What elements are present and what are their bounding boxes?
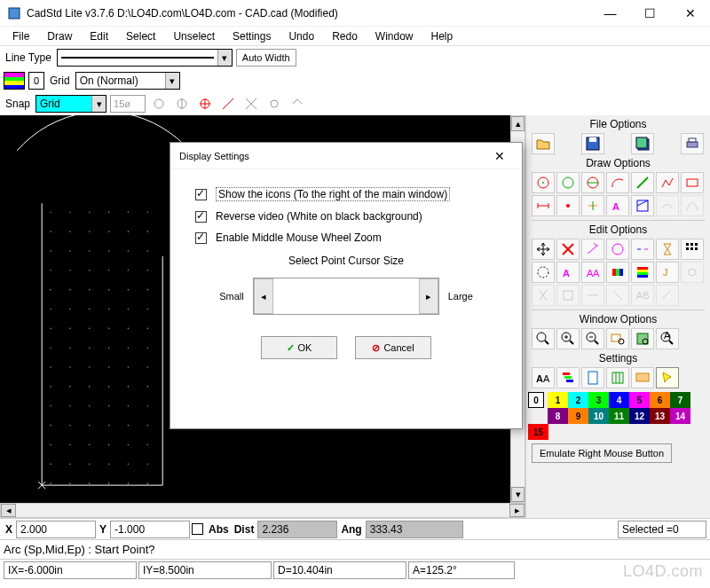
rainbow-icon[interactable] xyxy=(631,262,654,283)
menu-undo[interactable]: Undo xyxy=(280,28,323,44)
scroll-left-icon[interactable]: ◂ xyxy=(1,504,16,517)
mouse-wheel-zoom-option[interactable]: Enable Middle Mouse Wheel Zoom xyxy=(195,231,504,244)
palette-9[interactable]: 9 xyxy=(568,408,588,424)
cursor-icon[interactable] xyxy=(656,367,679,388)
maximize-button[interactable]: ☐ xyxy=(630,0,670,27)
menu-help[interactable]: Help xyxy=(422,28,462,44)
scroll-down-icon[interactable]: ▾ xyxy=(511,487,525,502)
snap-tool-6[interactable] xyxy=(264,94,284,114)
palette-3[interactable]: 3 xyxy=(588,392,609,408)
palette-11[interactable]: 11 xyxy=(609,408,629,424)
palette-5[interactable]: 5 xyxy=(629,392,650,408)
draw-circle-icon[interactable] xyxy=(532,172,555,193)
snap-tool-5[interactable] xyxy=(241,94,261,114)
palette-7[interactable]: 7 xyxy=(670,392,690,408)
snap-select[interactable]: Grid ▾ xyxy=(36,95,106,113)
snap-tool-4[interactable] xyxy=(218,94,238,114)
reverse-video-option[interactable]: Reverse video (White on black background… xyxy=(195,210,504,223)
zoom-window-icon[interactable] xyxy=(606,328,629,349)
palette-12[interactable]: 12 xyxy=(629,408,650,424)
chevron-down-icon[interactable]: ▾ xyxy=(91,96,106,112)
color-indicator[interactable] xyxy=(4,72,25,90)
hourglass-icon[interactable] xyxy=(656,239,679,260)
chevron-down-icon[interactable]: ▾ xyxy=(165,73,179,89)
horizontal-scrollbar[interactable]: ◂ ▸ xyxy=(0,503,525,518)
dialog-close-button[interactable]: ✕ xyxy=(486,143,513,169)
edit-circle-icon[interactable] xyxy=(606,239,629,260)
display-icon[interactable] xyxy=(631,367,654,388)
font-icon[interactable]: AA xyxy=(532,367,555,388)
zoom-all-icon[interactable]: A xyxy=(656,328,679,349)
snap-tool-3[interactable] xyxy=(195,94,215,114)
line-type-select[interactable]: ▾ xyxy=(57,49,233,67)
palette-6[interactable]: 6 xyxy=(650,392,670,408)
ok-button[interactable]: ✓ OK xyxy=(261,336,337,359)
layers-icon[interactable] xyxy=(556,367,580,388)
close-button[interactable]: ✕ xyxy=(670,0,710,27)
save-all-icon[interactable] xyxy=(631,133,654,154)
y-value[interactable]: -1.000 xyxy=(110,521,190,538)
edit-text2-icon[interactable]: AA xyxy=(581,262,604,283)
menu-file[interactable]: File xyxy=(4,28,38,44)
palette-1[interactable]: 1 xyxy=(548,392,568,408)
array-icon[interactable] xyxy=(681,239,704,260)
draw-dim-icon[interactable] xyxy=(532,195,555,216)
palette-13[interactable]: 13 xyxy=(650,408,670,424)
snap-tool-1[interactable] xyxy=(149,94,169,114)
zoom-extents-icon[interactable] xyxy=(631,328,654,349)
chevron-down-icon[interactable]: ▾ xyxy=(217,50,232,66)
draw-line-icon[interactable] xyxy=(631,172,654,193)
join-icon[interactable]: J xyxy=(656,262,679,283)
doc-icon[interactable] xyxy=(581,367,604,388)
draw-cross-icon[interactable] xyxy=(581,195,604,216)
scroll-up-icon[interactable]: ▴ xyxy=(511,116,525,131)
draw-circle2-icon[interactable] xyxy=(556,172,580,193)
delete-icon[interactable] xyxy=(556,239,580,260)
palette-2[interactable]: 2 xyxy=(568,392,588,408)
abs-checkbox[interactable] xyxy=(192,523,203,535)
grid-icon[interactable] xyxy=(606,367,629,388)
zoom-icon[interactable] xyxy=(532,328,555,349)
scroll-right-icon[interactable]: ▸ xyxy=(509,504,525,517)
menu-window[interactable]: Window xyxy=(367,28,422,44)
zoom-out-icon[interactable] xyxy=(581,328,604,349)
menu-unselect[interactable]: Unselect xyxy=(164,28,224,44)
palette-10[interactable]: 10 xyxy=(588,408,609,424)
checkbox-icon[interactable] xyxy=(195,232,207,244)
color-icon[interactable] xyxy=(606,262,629,283)
move-icon[interactable] xyxy=(532,239,555,260)
minimize-button[interactable]: — xyxy=(590,0,630,27)
save-icon[interactable] xyxy=(581,133,604,154)
menu-edit[interactable]: Edit xyxy=(81,28,117,44)
palette-4[interactable]: 4 xyxy=(609,392,629,408)
auto-width-button[interactable]: Auto Width xyxy=(236,49,296,67)
x-value[interactable]: 2.000 xyxy=(16,521,96,538)
menu-settings[interactable]: Settings xyxy=(224,28,280,44)
break-icon[interactable] xyxy=(631,239,654,260)
checkbox-icon[interactable] xyxy=(195,189,207,200)
menu-draw[interactable]: Draw xyxy=(38,28,81,44)
slider-right-icon[interactable]: ▸ xyxy=(419,278,438,314)
open-icon[interactable] xyxy=(532,133,555,154)
palette-8[interactable]: 8 xyxy=(548,408,568,424)
draw-polyline-icon[interactable] xyxy=(656,172,679,193)
edit-text-icon[interactable]: A xyxy=(556,262,580,283)
draw-rect-icon[interactable] xyxy=(681,172,704,193)
draw-hatch-icon[interactable] xyxy=(631,195,654,216)
menu-select[interactable]: Select xyxy=(117,28,164,44)
trim-icon[interactable] xyxy=(581,239,604,260)
grid-select[interactable]: On (Normal) ▾ xyxy=(75,72,180,90)
draw-point-icon[interactable] xyxy=(556,195,580,216)
palette-15[interactable]: 15 xyxy=(528,424,548,440)
draw-circle3-icon[interactable] xyxy=(581,172,604,193)
layer-number[interactable]: 0 xyxy=(28,72,44,90)
palette-0[interactable]: 0 xyxy=(528,392,544,408)
snap-tool-2[interactable] xyxy=(172,94,192,114)
cursor-size-slider[interactable]: ◂ ▸ xyxy=(253,278,439,315)
zoom-in-icon[interactable] xyxy=(556,328,580,349)
slider-left-icon[interactable]: ◂ xyxy=(254,278,273,314)
menu-redo[interactable]: Redo xyxy=(323,28,367,44)
emulate-right-mouse-button[interactable]: Emulate Right Mouse Button xyxy=(532,443,672,463)
rotate-icon[interactable] xyxy=(532,262,555,283)
draw-text-icon[interactable]: A xyxy=(606,195,629,216)
